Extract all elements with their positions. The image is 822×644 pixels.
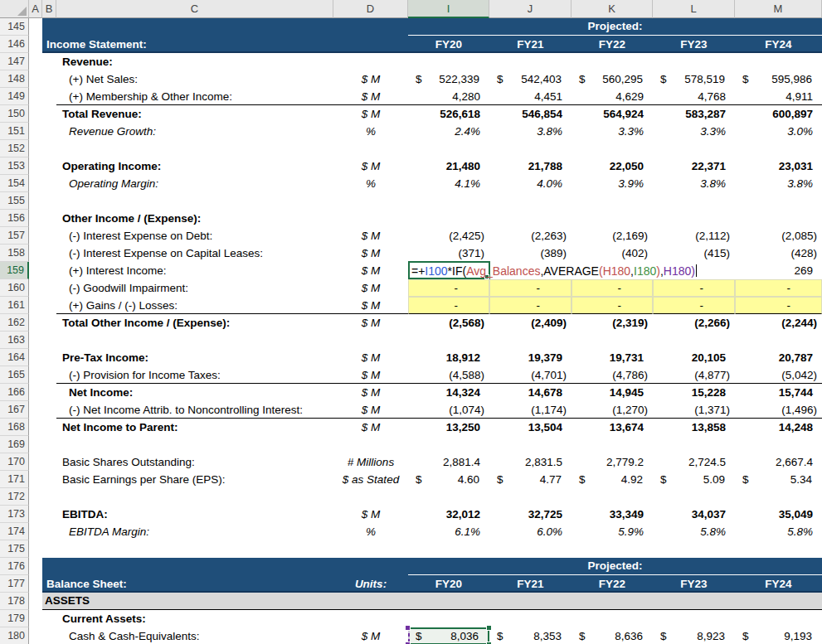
row-header-157[interactable]: 157 <box>0 227 29 245</box>
cell[interactable] <box>29 53 42 70</box>
cell[interactable]: - <box>408 297 489 314</box>
row-header-156[interactable]: 156 <box>0 210 29 227</box>
cell[interactable]: 3.3% <box>572 123 653 140</box>
cell[interactable] <box>29 297 42 314</box>
cell[interactable]: (2,112) <box>653 227 735 245</box>
cell[interactable] <box>42 314 56 332</box>
cell[interactable]: 3.8% <box>735 175 822 192</box>
cell[interactable]: 22,371 <box>653 157 735 175</box>
cell[interactable] <box>42 53 56 70</box>
balance-sheet-title[interactable]: Balance Sheet: <box>46 575 127 593</box>
cell[interactable] <box>42 453 56 471</box>
row-header-174[interactable]: 174 <box>0 523 29 540</box>
cell[interactable]: (2,085) <box>735 227 822 245</box>
row-label-cell[interactable]: Revenue: <box>56 53 333 70</box>
cell[interactable]: 13,250 <box>408 419 489 436</box>
units-cell[interactable]: $ M <box>333 401 408 419</box>
cell[interactable]: $522,339 <box>408 70 489 88</box>
units-cell[interactable]: % <box>333 523 408 540</box>
column-header-a[interactable]: A <box>29 0 42 18</box>
cell[interactable]: 546,854 <box>489 105 572 123</box>
cell[interactable]: (4,786) <box>572 366 653 384</box>
row-header-172[interactable]: 172 <box>0 488 29 506</box>
units-cell[interactable]: $ M <box>333 366 408 384</box>
cell[interactable] <box>42 245 56 262</box>
cell[interactable]: (2,266) <box>653 314 735 332</box>
row-label-cell[interactable]: (-) Goodwill Impairment: <box>56 279 333 297</box>
row-label-cell[interactable]: Basic Shares Outstanding: <box>56 453 333 471</box>
row-header-173[interactable]: 173 <box>0 506 29 523</box>
cell[interactable] <box>29 262 42 279</box>
cell[interactable] <box>42 419 56 436</box>
cell[interactable]: 600,897 <box>735 105 822 123</box>
units-cell[interactable]: $ M <box>333 70 408 88</box>
cell[interactable]: 21,480 <box>408 157 489 175</box>
cell[interactable]: $5.34 <box>735 471 822 488</box>
cell[interactable]: 23,031 <box>735 157 822 175</box>
units-cell[interactable]: $ as Stated <box>333 471 408 488</box>
units-cell[interactable]: $ M <box>333 384 408 401</box>
cell[interactable]: (371) <box>408 245 489 262</box>
cell[interactable]: 34,037 <box>653 506 735 523</box>
cell[interactable] <box>29 471 42 488</box>
row-label-cell[interactable]: (-) Net Income Attrib. to Noncontrolling… <box>56 401 333 419</box>
assets-section-header[interactable]: ASSETS <box>42 593 822 610</box>
row-header-160[interactable]: 160 <box>0 279 29 297</box>
cell[interactable]: (2,409) <box>489 314 572 332</box>
cell[interactable] <box>42 384 56 401</box>
row-header-180[interactable]: 180 <box>0 627 29 644</box>
cell[interactable]: 4.1% <box>408 175 489 192</box>
cell[interactable]: (2,263) <box>489 227 572 245</box>
row-header-159[interactable]: 159 <box>0 262 29 279</box>
cell[interactable] <box>42 105 56 123</box>
row-header-150[interactable]: 150 <box>0 105 29 123</box>
cell[interactable] <box>29 506 42 523</box>
row-header-179[interactable]: 179 <box>0 610 29 627</box>
select-all-button[interactable] <box>0 0 29 18</box>
column-header-i-active[interactable]: I <box>408 0 489 18</box>
cell[interactable]: 32,012 <box>408 506 489 523</box>
row-label-cell[interactable]: Current Assets: <box>56 610 333 627</box>
units-cell[interactable] <box>333 210 408 227</box>
cell[interactable]: (428) <box>735 245 822 262</box>
row-header-177[interactable]: 177 <box>0 575 29 593</box>
cell[interactable] <box>29 105 42 123</box>
cell[interactable] <box>29 245 42 262</box>
cell[interactable]: 2,667.4 <box>735 453 822 471</box>
row-label-cell[interactable]: Revenue Growth: <box>56 123 333 140</box>
cell[interactable] <box>29 523 42 540</box>
cell[interactable]: $8,636 <box>572 627 653 644</box>
row-label-cell[interactable]: Cash & Cash-Equivalents: <box>56 627 333 644</box>
cell[interactable] <box>29 88 42 105</box>
fiscal-year-header-fy24[interactable]: FY24 <box>735 575 822 593</box>
cell[interactable]: - <box>735 279 822 297</box>
cell[interactable]: (2,319) <box>572 314 653 332</box>
row-header-146[interactable]: 146 <box>0 36 29 53</box>
cell[interactable]: 526,618 <box>408 105 489 123</box>
cell[interactable] <box>42 349 56 366</box>
units-cell[interactable] <box>333 53 408 70</box>
row-label-cell[interactable]: Other Income / (Expense): <box>56 210 333 227</box>
cell[interactable] <box>42 70 56 88</box>
cell[interactable]: 19,379 <box>489 349 572 366</box>
cell[interactable]: - <box>653 297 735 314</box>
row-header-163[interactable]: 163 <box>0 332 29 349</box>
row-label-cell[interactable]: (+) Interest Income: <box>56 262 333 279</box>
row-label-cell[interactable]: (-) Interest Expense on Debt: <box>56 227 333 245</box>
cell[interactable]: 4,629 <box>572 88 653 105</box>
cell[interactable] <box>42 175 56 192</box>
cell[interactable]: 22,050 <box>572 157 653 175</box>
cell[interactable] <box>29 349 42 366</box>
column-header-j[interactable]: J <box>489 0 572 18</box>
units-cell[interactable]: $ M <box>333 88 408 105</box>
column-header-c[interactable]: C <box>56 0 333 18</box>
fiscal-year-header-fy21[interactable]: FY21 <box>489 36 572 53</box>
row-header-164[interactable]: 164 <box>0 349 29 366</box>
row-label-cell[interactable]: EBITDA: <box>56 506 333 523</box>
cell[interactable] <box>42 366 56 384</box>
row-label-cell[interactable]: (-) Provision for Income Taxes: <box>56 366 333 384</box>
row-label-cell[interactable]: Net Income to Parent: <box>56 419 333 436</box>
cell[interactable]: $595,986 <box>735 70 822 88</box>
units-cell[interactable]: # Millions <box>333 453 408 471</box>
cell[interactable]: 32,725 <box>489 506 572 523</box>
